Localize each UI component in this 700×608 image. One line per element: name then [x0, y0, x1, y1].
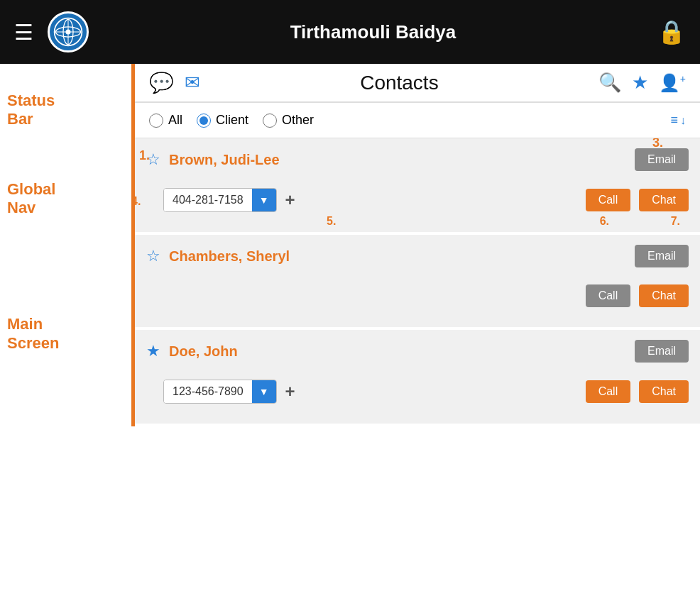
menu-icon[interactable]: ☰ [14, 20, 33, 45]
contact-name-3[interactable]: Doe, John [169, 343, 626, 360]
call-btn-3[interactable]: Call [586, 380, 631, 403]
call-btn-2[interactable]: Call [586, 284, 631, 307]
app-logo [48, 11, 89, 52]
contact-name-1[interactable]: Brown, Judi-Lee [169, 152, 626, 168]
status-bar: ☰ Tirthamouli Baidya 🔒 [0, 0, 700, 64]
logo-svg [53, 16, 84, 48]
add-phone-btn-1[interactable]: + [285, 190, 295, 210]
global-nav: 💬 ✉ Contacts 🔍 ★ 👤+ [135, 64, 700, 103]
email-nav-icon[interactable]: ✉ [185, 72, 200, 94]
annotation-1: 1. [139, 148, 150, 163]
phone-select-3: 123-456-7890 ▼ [163, 380, 277, 404]
annotation-6: 6. [600, 215, 609, 228]
radio-all[interactable] [149, 114, 163, 128]
email-btn-3[interactable]: Email [635, 340, 689, 363]
add-phone-btn-3[interactable]: + [285, 382, 295, 402]
phone-dropdown-1[interactable]: ▼ [252, 189, 276, 211]
app-title: Tirthamouli Baidya [103, 21, 643, 43]
nav-title: Contacts [211, 72, 588, 94]
contact-actions-1: 4. 404-281-7158 ▼ 5. + 6. Call 7. Chat [135, 181, 700, 222]
contact-actions-3: 123-456-7890 ▼ + Call Chat [135, 372, 700, 414]
radio-client[interactable] [197, 114, 211, 128]
status-bar-label: Status Bar [7, 92, 55, 129]
phone-select-1: 404-281-7158 ▼ [163, 188, 277, 212]
main-screen-label: Main Screen [7, 315, 59, 353]
annotation-4: 4. [135, 195, 141, 208]
favorites-icon[interactable]: ★ [632, 72, 648, 94]
phone-number-3: 123-456-7890 [164, 380, 252, 403]
star-icon-3[interactable]: ★ [146, 342, 160, 360]
annotation-5: 5. [327, 215, 336, 228]
search-icon[interactable]: 🔍 [598, 72, 621, 94]
filter-client[interactable]: Client [197, 113, 248, 128]
contact-list: 1. 3. ☆ Brown, Judi-Lee Email 4. 404-281… [135, 138, 700, 426]
contact-row: ☆ Chambers, Sheryl Email Call Chat [135, 235, 700, 330]
annotation-7: 7. [671, 215, 680, 228]
contact-row: 1. 3. ☆ Brown, Judi-Lee Email 4. 404-281… [135, 138, 700, 235]
annotation-3: 3. [652, 138, 663, 150]
email-btn-2[interactable]: Email [635, 245, 689, 267]
phone-dropdown-3[interactable]: ▼ [252, 380, 276, 403]
chat-btn-3[interactable]: Chat [639, 380, 689, 403]
global-nav-label: Global Nav [7, 180, 55, 218]
sort-btn[interactable]: ≡↓ [670, 113, 686, 128]
phone-number-1: 404-281-7158 [164, 189, 252, 211]
add-contact-icon[interactable]: 👤+ [659, 73, 686, 93]
chat-btn-2[interactable]: Chat [639, 284, 689, 307]
filter-other[interactable]: Other [263, 113, 314, 128]
filter-all[interactable]: All [149, 113, 182, 128]
chat-nav-icon[interactable]: 💬 [149, 71, 174, 94]
contact-header-2: ☆ Chambers, Sheryl Email [135, 235, 700, 277]
filter-bar: All Client Other ≡↓ 2. [135, 103, 700, 138]
lock-icon: 🔒 [657, 18, 686, 45]
contact-header-3: ★ Doe, John Email [135, 330, 700, 372]
radio-other[interactable] [263, 114, 277, 128]
star-icon-2[interactable]: ☆ [146, 247, 160, 265]
filter-radio-group: All Client Other [149, 113, 314, 128]
contact-name-2[interactable]: Chambers, Sheryl [169, 248, 626, 265]
contact-row: ★ Doe, John Email 123-456-7890 ▼ + Call … [135, 330, 700, 426]
contact-header-1: ☆ Brown, Judi-Lee Email [135, 138, 700, 181]
chat-btn-1[interactable]: Chat [639, 189, 689, 211]
contact-actions-2: Call Chat [135, 277, 700, 317]
email-btn-1[interactable]: Email [635, 148, 689, 171]
call-btn-1[interactable]: Call [586, 189, 631, 211]
